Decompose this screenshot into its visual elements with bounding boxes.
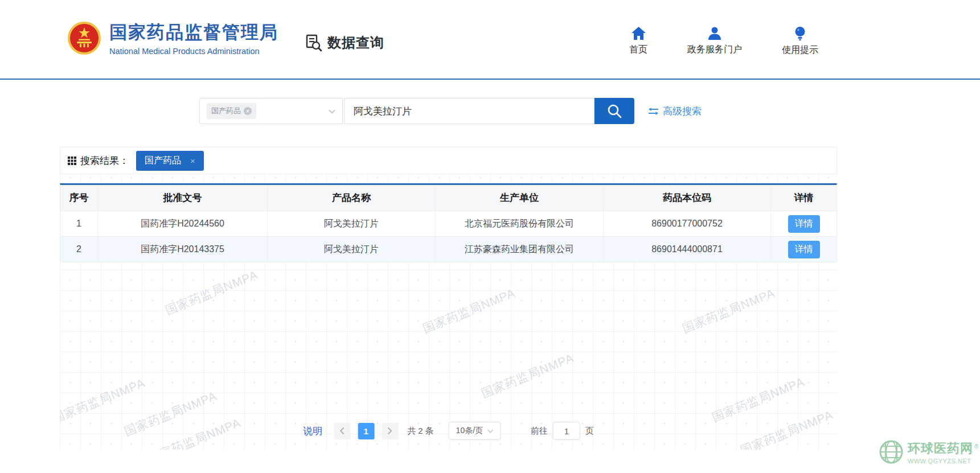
bulb-icon bbox=[793, 26, 807, 41]
chevron-left-icon bbox=[339, 427, 345, 435]
table-row: 1 国药准字H20244560 阿戈美拉汀片 北京福元医药股份有限公司 8690… bbox=[60, 211, 837, 237]
nmpa-watermark: 国家药监局NMPA bbox=[479, 350, 576, 402]
search-input[interactable] bbox=[344, 98, 594, 124]
filter-sliders-icon bbox=[648, 107, 659, 116]
col-detail: 详情 bbox=[771, 185, 837, 211]
category-select[interactable]: 国产药品 × bbox=[199, 98, 343, 124]
remove-filter-icon[interactable]: × bbox=[190, 156, 195, 166]
org-subtitle: National Medical Products Administration bbox=[109, 47, 278, 56]
chevron-down-icon bbox=[329, 109, 335, 114]
cell-drug-code: 86901444000871 bbox=[604, 237, 771, 262]
user-icon bbox=[707, 26, 722, 40]
goto-label: 前往 bbox=[531, 426, 548, 437]
total-count: 共 2 条 bbox=[407, 426, 434, 437]
note-link[interactable]: 说明 bbox=[303, 425, 322, 438]
cell-product-name: 阿戈美拉汀片 bbox=[268, 211, 436, 236]
cell-manufacturer: 江苏豪森药业集团有限公司 bbox=[436, 237, 604, 262]
nmpa-watermark: 国家药监局NMPA bbox=[420, 285, 518, 337]
nmpa-emblem-logo bbox=[67, 21, 101, 55]
chevron-down-icon bbox=[487, 429, 494, 433]
category-tag: 国产药品 × bbox=[207, 103, 256, 119]
detail-button[interactable]: 详情 bbox=[788, 215, 820, 233]
cell-approval-no: 国药准字H20244560 bbox=[98, 211, 268, 236]
page-title: 数据查询 bbox=[304, 33, 384, 52]
top-nav: 首页 政务服务门户 使用提示 bbox=[629, 26, 818, 56]
nav-home[interactable]: 首页 bbox=[629, 26, 647, 56]
page-1-button[interactable]: 1 bbox=[358, 423, 374, 439]
table-row: 2 国药准字H20143375 阿戈美拉汀片 江苏豪森药业集团有限公司 8690… bbox=[60, 237, 837, 262]
site-logo-url: WWW.QGYYZS.NET bbox=[908, 458, 978, 464]
cell-product-name: 阿戈美拉汀片 bbox=[268, 237, 436, 262]
col-index: 序号 bbox=[60, 185, 98, 211]
cell-drug-code: 86900177000752 bbox=[604, 211, 771, 236]
site-header: 国家药品监督管理局 National Medical Products Admi… bbox=[0, 0, 980, 80]
table-header-row: 序号 批准文号 产品名称 生产单位 药品本位码 详情 bbox=[60, 185, 837, 211]
search-results-bar: 搜索结果： 国产药品 × bbox=[60, 147, 837, 174]
goto-page-input[interactable] bbox=[553, 422, 580, 440]
site-logo-name: 环球医药网 bbox=[908, 441, 973, 455]
nmpa-watermark: 国家药监局NMPA bbox=[60, 375, 147, 427]
nmpa-watermark: 国家药监局NMPA bbox=[738, 407, 835, 450]
registered-mark: ® bbox=[974, 443, 978, 450]
nmpa-watermark: 国家药监局NMPA bbox=[163, 267, 260, 319]
cell-approval-no: 国药准字H20143375 bbox=[98, 237, 268, 262]
chevron-right-icon bbox=[387, 427, 393, 435]
pagination: 说明 1 共 2 条 10条/页 前往 页 bbox=[303, 422, 594, 440]
cell-index: 1 bbox=[60, 211, 98, 236]
nav-usage-tips[interactable]: 使用提示 bbox=[782, 26, 818, 56]
results-table: 序号 批准文号 产品名称 生产单位 药品本位码 详情 1 国药准字H202445… bbox=[60, 183, 837, 262]
globe-icon bbox=[878, 439, 904, 465]
results-label: 搜索结果： bbox=[80, 154, 129, 167]
cell-manufacturer: 北京福元医药股份有限公司 bbox=[436, 211, 604, 236]
prev-page-button[interactable] bbox=[334, 423, 350, 439]
col-product-name: 产品名称 bbox=[268, 185, 436, 211]
search-button[interactable] bbox=[594, 98, 634, 124]
home-icon bbox=[631, 26, 646, 40]
search-bar: 国产药品 × 高级搜索 bbox=[199, 98, 702, 124]
nmpa-watermark: 国家药监局NMPA bbox=[710, 374, 807, 426]
col-approval-no: 批准文号 bbox=[98, 185, 268, 211]
brand-logo-group: 国家药品监督管理局 National Medical Products Admi… bbox=[67, 20, 278, 56]
org-title: 国家药品监督管理局 bbox=[109, 20, 278, 44]
advanced-search-link[interactable]: 高级搜索 bbox=[648, 105, 702, 118]
document-search-icon bbox=[304, 33, 323, 52]
page-unit-label: 页 bbox=[585, 426, 594, 437]
detail-button[interactable]: 详情 bbox=[788, 241, 820, 258]
col-manufacturer: 生产单位 bbox=[436, 185, 604, 211]
cell-index: 2 bbox=[60, 237, 98, 262]
remove-category-icon[interactable]: × bbox=[244, 107, 252, 115]
site-logo-watermark: 环球医药网® WWW.QGYYZS.NET bbox=[878, 439, 978, 465]
page-size-select[interactable]: 10条/页 bbox=[449, 422, 501, 440]
col-drug-code: 药品本位码 bbox=[604, 185, 771, 211]
nav-gov-portal[interactable]: 政务服务门户 bbox=[687, 26, 742, 56]
results-panel: 搜索结果： 国产药品 × 序号 批准文号 产品名称 生产单位 药品本位码 详情 … bbox=[60, 147, 837, 450]
search-icon bbox=[606, 102, 623, 120]
filter-tag[interactable]: 国产药品 × bbox=[136, 151, 204, 171]
nmpa-watermark: 国家药监局NMPA bbox=[680, 285, 777, 337]
next-page-button[interactable] bbox=[382, 423, 398, 439]
grid-icon bbox=[68, 157, 76, 165]
